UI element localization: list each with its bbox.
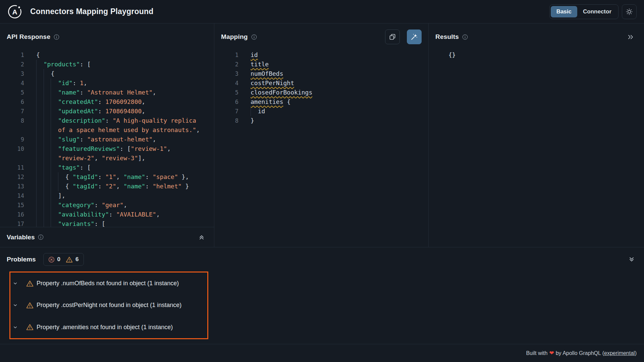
- problem-text: Property .numOfBeds not found in object …: [37, 280, 179, 287]
- code-line: 1id: [214, 50, 428, 60]
- results-title: Results: [435, 33, 459, 41]
- sun-icon: [626, 8, 633, 15]
- chevron-down-icon[interactable]: [13, 303, 17, 307]
- chevrons-down-icon[interactable]: [629, 256, 635, 262]
- warning-count-group: 6: [66, 256, 78, 263]
- mapping-header: Mapping: [214, 23, 428, 50]
- magic-wand-icon: [411, 33, 418, 41]
- footer-text-middle: by Apollo GraphQL (: [556, 350, 604, 356]
- info-icon: [38, 234, 44, 240]
- footer-text-prefix: Built with: [526, 350, 547, 356]
- apollo-logo-icon: A: [7, 4, 22, 19]
- mapping-title: Mapping: [221, 33, 248, 41]
- code-line: 1{: [0, 50, 214, 60]
- mapping-code[interactable]: 1id2title3numOfBeds4costPerNight5closedF…: [214, 50, 428, 125]
- api-response-editor-pane: API Response 1{2"products": [3{4"id": 1,…: [0, 23, 214, 227]
- heart-icon: ❤: [549, 350, 554, 357]
- code-line: 2"products": [: [0, 60, 214, 69]
- code-line: 4"id": 1,: [0, 78, 214, 88]
- connector-tab[interactable]: Connector: [577, 6, 617, 17]
- theme-toggle-button[interactable]: [622, 4, 637, 19]
- problems-counts: 0 6: [43, 253, 84, 266]
- code-line: 9"slug": "astronaut-helmet",: [0, 135, 214, 144]
- code-line: 5"name": "Astronaut Helmet",: [0, 88, 214, 97]
- code-line: 12{ "tagId": "1", "name": "space" },: [0, 172, 214, 182]
- svg-text:A: A: [12, 8, 17, 15]
- copy-button[interactable]: [385, 29, 400, 44]
- warning-icon: [26, 324, 34, 330]
- error-count-group: 0: [48, 256, 60, 263]
- warning-icon: [26, 280, 34, 287]
- code-line: 15"category": "gear",: [0, 200, 214, 210]
- info-icon: [54, 34, 59, 40]
- problems-panel: Problems 0 6: [0, 247, 644, 344]
- mapping-panel: Mapping: [214, 23, 429, 247]
- code-line: 16"availability": "AVAILABLE",: [0, 210, 214, 219]
- code-line: 3numOfBeds: [214, 69, 428, 78]
- code-line: 10"featuredReviews": ["review-1",: [0, 144, 214, 154]
- results-panel: Results {}: [429, 23, 644, 247]
- code-line: 13{ "tagId": "2", "name": "helmet" }: [0, 182, 214, 191]
- copy-icon: [389, 34, 396, 40]
- variables-panel: Variables: [0, 227, 214, 247]
- code-line: 7id: [214, 107, 428, 116]
- code-line: 14],: [0, 191, 214, 200]
- code-line: "review-2", "review-3"],: [0, 154, 214, 163]
- code-line: 4costPerNight: [214, 78, 428, 88]
- chevron-down-icon[interactable]: [13, 281, 17, 286]
- error-count: 0: [57, 256, 60, 263]
- code-line: 8"description": "A high-quality replica: [0, 116, 214, 125]
- problems-title: Problems: [7, 256, 36, 263]
- chevron-down-icon[interactable]: [13, 325, 17, 329]
- footer-text-group: by Apollo GraphQL (experimental): [556, 350, 637, 356]
- main-area: API Response 1{2"products": [3{4"id": 1,…: [0, 23, 644, 247]
- footer-text-suffix: ): [635, 350, 637, 356]
- basic-tab[interactable]: Basic: [551, 6, 577, 17]
- api-response-header: API Response: [0, 23, 214, 50]
- info-icon: [251, 34, 257, 40]
- app-root: A Connectors Mapping Playground Basic Co…: [0, 0, 644, 362]
- code-line: 7"updatedAt": 1708694800,: [0, 107, 214, 116]
- code-line: 2title: [214, 60, 428, 69]
- error-icon: [48, 256, 55, 263]
- code-line: 6"createdAt": 1706092800,: [0, 97, 214, 107]
- chevrons-right-icon[interactable]: [627, 34, 634, 40]
- warning-count: 6: [75, 256, 78, 263]
- problems-highlight-box: Property .numOfBeds not found in object …: [9, 272, 208, 339]
- code-line: of a space helmet used by astronauts.",: [0, 125, 214, 135]
- code-line: 8}: [214, 116, 428, 125]
- chevrons-up-icon[interactable]: [199, 234, 205, 240]
- code-line: 6amenities {: [214, 97, 428, 107]
- results-output: {}: [429, 50, 644, 60]
- warning-icon: [66, 256, 73, 263]
- api-response-panel: API Response 1{2"products": [3{4"id": 1,…: [0, 23, 214, 247]
- experimental-link[interactable]: experimental: [604, 350, 635, 356]
- warning-icon: [26, 302, 34, 309]
- problem-item[interactable]: Property .costPerNight not found in obje…: [10, 294, 207, 316]
- problem-item[interactable]: Property .amenities not found in object …: [10, 316, 207, 338]
- code-line: 5closedForBookings: [214, 88, 428, 97]
- generate-mapping-button[interactable]: [407, 29, 422, 44]
- info-icon: [462, 34, 468, 40]
- problem-item[interactable]: Property .numOfBeds not found in object …: [10, 273, 207, 294]
- results-empty-object: {}: [448, 51, 456, 58]
- app-footer: Built with ❤ by Apollo GraphQL (experime…: [0, 344, 644, 362]
- api-response-code[interactable]: 1{2"products": [3{4"id": 1,5"name": "Ast…: [0, 50, 214, 227]
- app-header: A Connectors Mapping Playground Basic Co…: [0, 0, 644, 23]
- results-header: Results: [429, 23, 644, 50]
- problem-text: Property .costPerNight not found in obje…: [37, 302, 181, 309]
- code-line: 17"variants": [: [0, 219, 214, 227]
- mode-toggle: Basic Connector: [549, 4, 619, 19]
- problem-text: Property .amenities not found in object …: [37, 324, 173, 331]
- problems-header: Problems 0 6: [0, 247, 644, 272]
- variables-title: Variables: [7, 234, 35, 241]
- api-response-title: API Response: [7, 33, 50, 41]
- code-line: 11"tags": [: [0, 163, 214, 172]
- page-title: Connectors Mapping Playground: [30, 7, 153, 16]
- code-line: 3{: [0, 69, 214, 78]
